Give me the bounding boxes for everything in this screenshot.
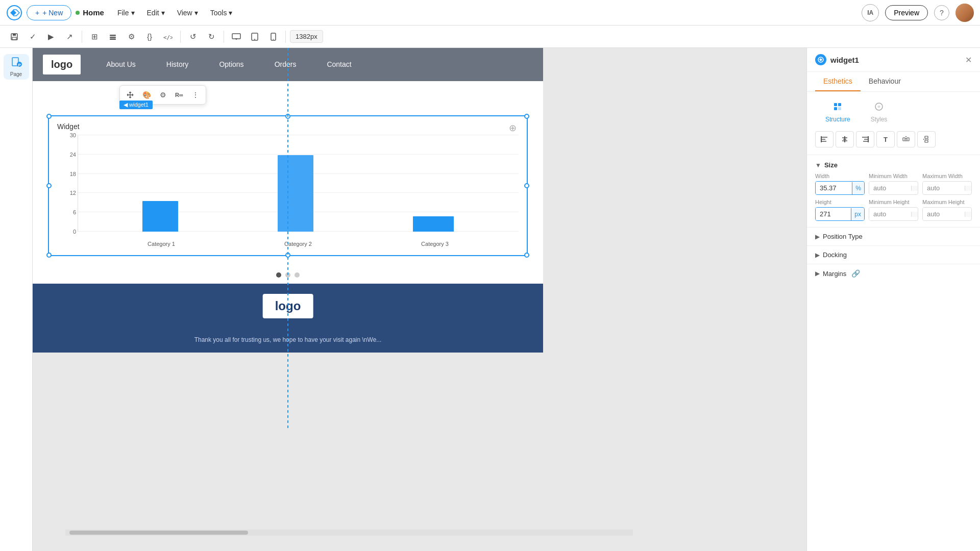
max-width-input[interactable] [923, 182, 965, 194]
width-label: Width [815, 173, 865, 179]
html-icon[interactable]: </> [160, 29, 176, 45]
tools-chevron-icon: ▾ [229, 9, 232, 17]
svg-rect-40 [925, 136, 928, 138]
edit-menu[interactable]: Edit ▾ [142, 6, 170, 20]
panel-close-button[interactable]: ✕ [965, 55, 972, 65]
max-height-field: Maximum Height [922, 199, 972, 221]
layers-icon[interactable] [105, 29, 121, 45]
resize-handle-bm[interactable] [285, 253, 290, 258]
height-input-wrapper: px [815, 207, 865, 221]
size-grid: Width % Minimum Width Maximum Width [807, 173, 980, 227]
main-toolbar: ✓ ▶ ↗ ⊞ ⚙ {} </> ↺ ↻ 1382px [0, 26, 980, 48]
margins-section[interactable]: ▶ Margins 🔗 [807, 264, 980, 283]
max-height-label: Maximum Height [922, 199, 972, 205]
position-type-section[interactable]: ▶ Position Type [807, 227, 980, 245]
user-avatar[interactable] [955, 4, 974, 22]
resize-handle-bl[interactable] [46, 253, 52, 258]
play-icon[interactable]: ▶ [43, 29, 59, 45]
check-icon[interactable]: ✓ [24, 29, 41, 45]
widget-section: 🎨 ⚙ R∞ ⋮ ◀ widget1 [33, 81, 543, 284]
resize-handle-mr[interactable] [524, 183, 529, 188]
widget-more-icon[interactable]: ⋮ [188, 88, 203, 102]
undo-icon[interactable]: ↺ [185, 29, 201, 45]
save-icon[interactable] [6, 29, 22, 45]
new-button[interactable]: + + New [27, 5, 71, 20]
widget-drag-handle[interactable]: ⊕ [509, 122, 517, 134]
bar-cat3 [413, 216, 454, 232]
size-section-header[interactable]: ▼ Size [807, 157, 980, 173]
nav-right: IA Preview ? [862, 4, 974, 22]
text-align-button[interactable]: T [876, 131, 895, 147]
width-input-wrapper: % [815, 181, 865, 195]
margins-chevron-icon: ▶ [815, 270, 820, 277]
tools-menu[interactable]: Tools ▾ [205, 6, 238, 20]
canvas-outer: logo About Us History Options Orders [33, 48, 543, 431]
alignment-row: T [807, 126, 980, 153]
subtab-structure[interactable]: Structure [815, 98, 861, 126]
carousel-dot-3[interactable] [295, 272, 300, 278]
carousel-dot-1[interactable] [276, 272, 281, 278]
distribute-h-button[interactable] [897, 131, 915, 147]
widget-tag[interactable]: ◀ widget1 [119, 101, 153, 109]
toolbar-separator-2 [180, 31, 181, 43]
resize-handle-ml[interactable] [46, 183, 52, 188]
min-width-field: Minimum Width [869, 173, 918, 195]
canvas-width-display: 1382px [290, 30, 323, 43]
widget-gear-icon[interactable]: ⚙ [156, 88, 170, 102]
x-label-cat1: Category 1 [148, 241, 175, 247]
redo-icon[interactable]: ↻ [203, 29, 219, 45]
help-button[interactable]: ? [934, 5, 949, 20]
scrollbar-thumb[interactable] [69, 531, 248, 535]
align-center-v-button[interactable] [836, 131, 854, 147]
carousel-dot-2[interactable] [285, 272, 290, 278]
widget-move-icon[interactable] [123, 88, 137, 102]
height-input[interactable] [816, 208, 851, 220]
nav-link-about[interactable]: About Us [91, 48, 151, 81]
view-menu[interactable]: View ▾ [172, 6, 203, 20]
bar-group-cat2 [278, 155, 313, 232]
nav-link-options[interactable]: Options [204, 48, 259, 81]
preview-button[interactable]: Preview [885, 5, 928, 20]
width-input[interactable] [816, 182, 852, 194]
export-icon[interactable]: ↗ [61, 29, 78, 45]
code-icon[interactable]: {} [141, 29, 158, 45]
tab-esthetics[interactable]: Esthetics [815, 72, 861, 91]
subtab-styles[interactable]: Styles [861, 98, 898, 126]
align-left-button[interactable] [815, 131, 834, 147]
nav-link-orders[interactable]: Orders [259, 48, 312, 81]
align-right-button[interactable] [856, 131, 874, 147]
nav-link-contact[interactable]: Contact [311, 48, 366, 81]
max-width-unit [965, 186, 971, 191]
mobile-icon[interactable] [265, 29, 281, 45]
nav-link-history[interactable]: History [151, 48, 204, 81]
distribute-v-button[interactable] [917, 131, 936, 147]
grid-icon[interactable]: ⊞ [86, 29, 103, 45]
svg-rect-6 [110, 38, 116, 40]
file-menu[interactable]: File ▾ [112, 6, 140, 20]
max-height-input[interactable] [923, 208, 965, 220]
widget-container[interactable]: Widget ⊕ 30 24 [48, 115, 528, 256]
home-indicator: Home [76, 8, 104, 17]
sidebar-item-page[interactable]: P Page [4, 54, 29, 80]
horizontal-scrollbar[interactable] [65, 530, 633, 536]
resize-handle-tm[interactable] [285, 114, 290, 119]
canvas-area[interactable]: logo About Us History Options Orders [33, 48, 806, 551]
desktop-icon[interactable] [228, 29, 244, 45]
settings-icon[interactable]: ⚙ [123, 29, 139, 45]
widget-color-icon[interactable]: 🎨 [139, 88, 154, 102]
docking-section[interactable]: ▶ Docking [807, 245, 980, 264]
tab-behaviour[interactable]: Behaviour [861, 72, 909, 91]
resize-handle-tr[interactable] [524, 114, 529, 119]
min-height-input[interactable] [869, 208, 911, 220]
resize-handle-tl[interactable] [46, 114, 52, 119]
size-chevron-icon: ▼ [815, 162, 821, 169]
footer-section: logo Thank you all for trusting us, we h… [33, 284, 543, 353]
ia-button[interactable]: IA [862, 4, 879, 21]
widget-inner: Widget ⊕ 30 24 [49, 116, 527, 255]
min-width-input[interactable] [869, 182, 911, 194]
resize-handle-br[interactable] [524, 253, 529, 258]
home-label-text: Home [83, 8, 104, 17]
tablet-icon[interactable] [247, 29, 263, 45]
widget-formula-icon[interactable]: R∞ [172, 88, 186, 102]
svg-text:P: P [18, 63, 21, 67]
